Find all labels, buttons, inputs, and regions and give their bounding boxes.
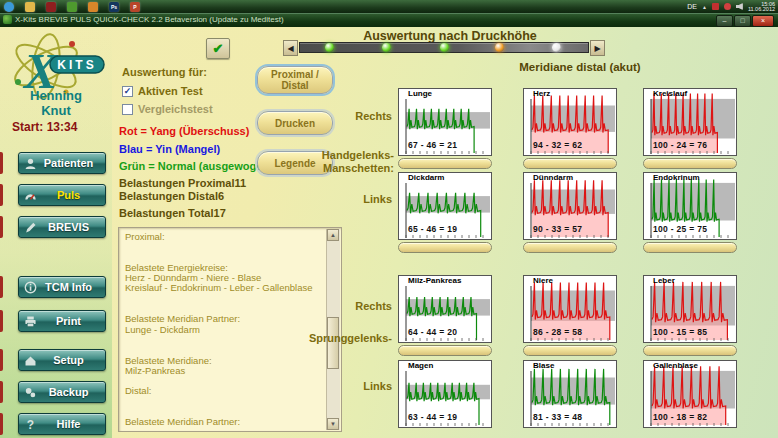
chart-formula: 67 - 46 = 21 (408, 140, 457, 150)
maximize-button[interactable]: □ (734, 15, 751, 27)
sidebar-item-label: BREVIS (38, 221, 105, 233)
chart-herz: Herz94 - 32 = 62 (523, 88, 617, 156)
red-accent-strip (0, 216, 3, 238)
powerpoint-icon[interactable]: P (130, 2, 140, 12)
page-title: Auswertung nach Druckhöhe (320, 29, 580, 43)
checkbox-unchecked-icon (122, 104, 133, 115)
chart-formula: 100 - 24 = 76 (653, 140, 707, 150)
chart-formula: 64 - 44 = 20 (408, 327, 457, 337)
sidebar-item-label: Puls (38, 189, 105, 201)
logo-kits: KITS (57, 58, 96, 72)
app-red-x-icon[interactable] (46, 2, 56, 12)
pressure-slider[interactable] (299, 42, 589, 53)
sidebar-item-label: Backup (38, 386, 105, 398)
sidebar-item-label: Patienten (38, 157, 105, 169)
tray-clock[interactable]: 15:06 11.06.2012 (748, 1, 775, 13)
chart-formula: 94 - 32 = 62 (533, 140, 582, 150)
chart-scrollbar[interactable] (643, 345, 737, 356)
red-accent-strip (0, 184, 3, 206)
legend-blue: Blau = Yin (Mangel) (119, 143, 220, 155)
chart-title: Dickdarm (408, 173, 444, 182)
window-title: X-Kits BREVIS PULS QUICK-CHECK 2.2 Betav… (15, 15, 284, 24)
belastungen-total: Belastungen Total17 (119, 207, 226, 219)
chart-title: Endokrinum (653, 173, 700, 182)
chart-formula: 81 - 33 = 48 (533, 412, 582, 422)
slider-right-arrow-icon[interactable]: ▶ (590, 40, 605, 56)
tray-app-icon[interactable] (712, 3, 719, 10)
red-accent-strip (0, 349, 3, 371)
sidebar-item-brevis[interactable]: BREVIS (18, 216, 106, 238)
active-test-checkbox[interactable]: ✓ Aktiven Test (122, 85, 203, 97)
speaker-icon[interactable] (736, 3, 743, 10)
label-ankle-left: Links (292, 380, 392, 393)
report-textarea[interactable]: Proximal: Belastete Energiekreise: Herz … (118, 227, 342, 432)
sidebar-item-tcm-info[interactable]: TCM Info (18, 276, 106, 298)
chart-scrollbar[interactable] (523, 345, 617, 356)
legend-red: Rot = Yang (Überschuss) (119, 125, 249, 137)
windows-start-icon[interactable] (4, 2, 14, 12)
scroll-up-icon[interactable]: ▲ (327, 229, 339, 241)
photoshop-icon[interactable]: Ps (109, 2, 119, 12)
scroll-down-icon[interactable]: ▼ (327, 418, 339, 430)
slider-left-arrow-icon[interactable]: ◀ (283, 40, 298, 56)
auswertung-label: Auswertung für: (122, 66, 207, 78)
chart-scrollbar[interactable] (398, 345, 492, 356)
chart-scrollbar[interactable] (398, 242, 492, 253)
confirm-check-button[interactable]: ✔ (206, 38, 230, 59)
chart-scrollbar[interactable] (398, 158, 492, 169)
system-tray: DE ▲ 15:06 11.06.2012 (687, 0, 775, 13)
report-text: Proximal: Belastete Energiekreise: Herz … (125, 232, 325, 429)
app-orange-icon[interactable] (88, 2, 98, 12)
legend-green: Grün = Normal (ausgewogen) (119, 160, 273, 172)
language-indicator[interactable]: DE (687, 3, 697, 10)
xkits-app-icon[interactable] (67, 2, 77, 12)
chart-magen: Magen63 - 44 = 19 (398, 360, 492, 428)
chart-scrollbar[interactable] (643, 242, 737, 253)
sidebar-item-hilfe[interactable]: ?Hilfe (18, 413, 106, 435)
screen: PsP DE ▲ 15:06 11.06.2012 X-Kits BREVIS … (0, 0, 778, 438)
sidebar-item-puls[interactable]: Puls (18, 184, 106, 206)
logo-electron-green (15, 79, 21, 85)
chart-title: Dünndarm (533, 173, 573, 182)
compare-test-checkbox[interactable]: Vergleichstest (122, 103, 213, 115)
minimize-button[interactable]: – (716, 15, 733, 27)
taskbar: PsP DE ▲ 15:06 11.06.2012 (0, 0, 778, 13)
sidebar-item-label: Setup (38, 354, 105, 366)
window-controls: – □ × (716, 15, 774, 27)
backup-icon (24, 386, 37, 399)
belastungen-distal: Belastungen Distal6 (119, 190, 224, 202)
chart-endokrinum: Endokrinum100 - 25 = 75 (643, 172, 737, 240)
chart-scrollbar[interactable] (523, 242, 617, 253)
chart-title: Leber (653, 276, 675, 285)
svg-text:?: ? (27, 418, 34, 431)
chart-dickdarm: Dickdarm65 - 46 = 19 (398, 172, 492, 240)
report-scrollbar[interactable]: ▲ ▼ (326, 229, 340, 430)
close-button[interactable]: × (752, 15, 774, 27)
sidebar-item-label: Print (38, 315, 105, 327)
explorer-folder-icon[interactable] (25, 2, 35, 12)
label-ankle-cuffs: Sprunggelenks- (300, 332, 392, 345)
belastungen-proximal: Belastungen Proximal11 (119, 177, 246, 189)
tray-caret-icon[interactable]: ▲ (702, 4, 707, 10)
grid-subtitle: Meridiane distal (akut) (460, 61, 700, 73)
chart-scrollbar[interactable] (643, 158, 737, 169)
label-wrist-left: Links (292, 193, 392, 206)
checkbox-checked-icon: ✓ (122, 86, 133, 97)
chart-scrollbar[interactable] (523, 158, 617, 169)
chart-formula: 100 - 15 = 85 (653, 327, 707, 337)
sidebar-item-backup[interactable]: Backup (18, 381, 106, 403)
sidebar-item-label: TCM Info (38, 281, 105, 293)
sidebar-item-setup[interactable]: Setup (18, 349, 106, 371)
tray-alert-icon[interactable] (724, 3, 731, 10)
proximal-distal-button[interactable]: Proximal / Distal (257, 66, 333, 94)
chart-title: Magen (408, 361, 433, 370)
help-icon: ? (24, 418, 37, 431)
logo-electron-red (69, 41, 75, 47)
chart-title: Lunge (408, 89, 432, 98)
sidebar-item-patienten[interactable]: Patienten (18, 152, 106, 174)
label-ankle-right: Rechts (292, 300, 392, 313)
slider-dot (382, 43, 391, 52)
chart-leber: Leber100 - 15 = 85 (643, 275, 737, 343)
sidebar-item-print[interactable]: Print (18, 310, 106, 332)
chart-formula: 63 - 44 = 19 (408, 412, 457, 422)
